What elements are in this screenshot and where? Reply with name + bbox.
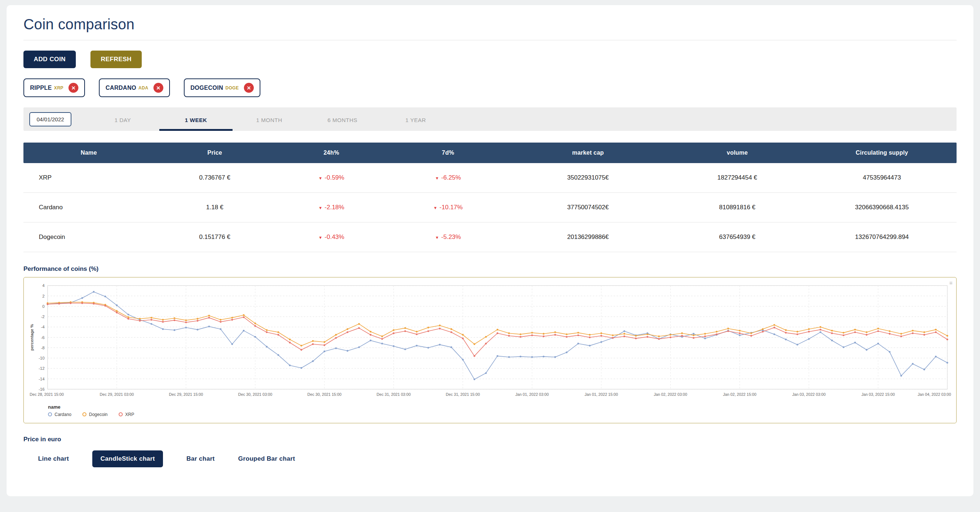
svg-text:Jan 03, 2022 03:00: Jan 03, 2022 03:00 — [792, 392, 826, 397]
legend-label: Cardano — [54, 412, 72, 417]
table-header: NamePrice24h%7d%market capvolumeCirculat… — [24, 143, 956, 163]
down-arrow-icon: ▼ — [318, 235, 322, 240]
svg-text:2: 2 — [43, 294, 45, 298]
cell-supply: 132670764299.894 — [807, 222, 956, 252]
title-divider — [24, 40, 956, 40]
remove-coin-icon[interactable]: ✕ — [68, 83, 78, 93]
refresh-button[interactable]: REFRESH — [91, 51, 142, 68]
legend-item-dogecoin[interactable]: Dogecoin — [83, 412, 108, 417]
tab-1-year[interactable]: 1 YEAR — [379, 112, 452, 131]
svg-text:Jan 04, 2022 03:00: Jan 04, 2022 03:00 — [918, 392, 951, 397]
svg-text:Jan 01, 2022 15:00: Jan 01, 2022 15:00 — [584, 392, 618, 397]
column-header: 24h% — [275, 143, 387, 163]
svg-text:0: 0 — [43, 304, 45, 309]
legend-title: name — [48, 404, 950, 410]
cell-24h-percent: ▼-0.59% — [275, 163, 387, 192]
svg-text:Dec 29, 2021 03:00: Dec 29, 2021 03:00 — [100, 392, 134, 397]
cell-volume: 1827294454 € — [667, 163, 807, 192]
column-header: Name — [24, 143, 154, 163]
down-arrow-icon: ▼ — [433, 206, 437, 210]
svg-text:4: 4 — [43, 283, 45, 288]
down-arrow-icon: ▼ — [318, 206, 322, 210]
coin-chip: DOGECOINDOGE✕ — [184, 78, 260, 97]
coin-comparison-page: Coin comparison ADD COIN REFRESH RIPPLEX… — [6, 5, 974, 496]
chart-box: ≡ 420-2-4-6-8-10-12-14-16Dec 28, 2021 15… — [24, 277, 956, 423]
chart-options-icon[interactable]: ≡ — [949, 280, 953, 286]
chart-legend: name CardanoDogecoinXRP — [28, 403, 952, 421]
coin-chip-symbol: ADA — [138, 85, 148, 91]
performance-chart[interactable]: 420-2-4-6-8-10-12-14-16Dec 28, 2021 15:0… — [28, 281, 952, 403]
legend-item-cardano[interactable]: Cardano — [48, 412, 72, 417]
coin-chip-symbol: DOGE — [225, 85, 239, 91]
performance-section-label: Performance of coins (%) — [24, 265, 956, 273]
legend-label: XRP — [125, 412, 134, 417]
svg-text:Dec 31, 2021 15:00: Dec 31, 2021 15:00 — [446, 392, 480, 397]
svg-text:-8: -8 — [41, 346, 45, 350]
cell-volume: 637654939 € — [667, 222, 807, 252]
down-arrow-icon: ▼ — [435, 176, 439, 180]
tab-6-months[interactable]: 6 MONTHS — [306, 112, 379, 131]
tab-1-day[interactable]: 1 DAY — [86, 112, 159, 131]
cell-24h-percent: ▼-2.18% — [275, 193, 387, 222]
legend-marker-icon — [119, 412, 123, 416]
svg-text:Dec 29, 2021 15:00: Dec 29, 2021 15:00 — [169, 392, 203, 397]
svg-text:-10: -10 — [39, 356, 45, 360]
svg-text:Dec 30, 2021 15:00: Dec 30, 2021 15:00 — [307, 392, 341, 397]
cell-price: 1.18 € — [154, 193, 275, 222]
timeframe-tabs: 1 DAY1 WEEK1 MONTH6 MONTHS1 YEAR — [86, 112, 452, 131]
tab-1-week[interactable]: 1 WEEK — [159, 112, 232, 131]
cell-7d-percent: ▼-5.23% — [387, 222, 509, 252]
cell-supply: 47535964473 — [807, 163, 956, 192]
grouped-bar-chart-button[interactable]: Grouped Bar chart — [238, 455, 295, 463]
bar-chart-button[interactable]: Bar chart — [186, 455, 215, 463]
legend-label: Dogecoin — [89, 412, 108, 417]
svg-text:-6: -6 — [41, 335, 45, 340]
legend-marker-icon — [83, 412, 86, 416]
cell-24h-percent: ▼-0.43% — [275, 222, 387, 252]
cell-7d-percent: ▼-6.25% — [387, 163, 509, 192]
cell-supply: 32066390668.4135 — [807, 193, 956, 222]
column-header: Circulating supply — [807, 143, 956, 163]
timeframe-bar: 04/01/2022 1 DAY1 WEEK1 MONTH6 MONTHS1 Y… — [24, 107, 956, 131]
down-arrow-icon: ▼ — [435, 235, 439, 240]
table-row: XRP0.736767 €▼-0.59%▼-6.25%35022931075€1… — [24, 163, 956, 193]
remove-coin-icon[interactable]: ✕ — [244, 83, 254, 93]
table-row: Cardano1.18 €▼-2.18%▼-10.17%37750074502€… — [24, 193, 956, 222]
svg-text:-16: -16 — [39, 387, 45, 391]
coin-chip-symbol: XRP — [54, 85, 64, 91]
coin-chip-name: RIPPLE — [30, 85, 52, 91]
cell-market-cap: 35022931075€ — [509, 163, 667, 192]
coin-chip: CARDANOADA✕ — [99, 78, 170, 97]
svg-text:-4: -4 — [41, 325, 45, 329]
add-coin-button[interactable]: ADD COIN — [24, 51, 76, 68]
svg-text:percentage %: percentage % — [30, 324, 34, 351]
cell-price: 0.736767 € — [154, 163, 275, 192]
chart-type-buttons: Line chartCandleStick chartBar chartGrou… — [24, 450, 956, 467]
coin-chip-name: DOGECOIN — [191, 85, 223, 91]
column-header: 7d% — [387, 143, 509, 163]
svg-text:-2: -2 — [41, 314, 45, 319]
svg-text:Dec 30, 2021 03:00: Dec 30, 2021 03:00 — [238, 392, 272, 397]
svg-text:-12: -12 — [39, 366, 45, 370]
date-input[interactable]: 04/01/2022 — [29, 112, 72, 126]
coin-chip-name: CARDANO — [105, 85, 136, 91]
cell-market-cap: 20136299886€ — [509, 222, 667, 252]
toolbar: ADD COIN REFRESH — [24, 51, 956, 68]
legend-items: CardanoDogecoinXRP — [48, 412, 950, 417]
column-header: volume — [667, 143, 807, 163]
remove-coin-icon[interactable]: ✕ — [153, 83, 163, 93]
cell-name: XRP — [24, 163, 154, 192]
svg-text:Jan 02, 2022 15:00: Jan 02, 2022 15:00 — [723, 392, 756, 397]
cell-name: Dogecoin — [24, 222, 154, 252]
legend-marker-icon — [48, 412, 52, 416]
coin-chip: RIPPLEXRP✕ — [24, 78, 85, 97]
down-arrow-icon: ▼ — [318, 176, 322, 180]
svg-text:Dec 31, 2021 03:00: Dec 31, 2021 03:00 — [377, 392, 410, 397]
line-chart-button[interactable]: Line chart — [38, 455, 69, 463]
coins-table: NamePrice24h%7d%market capvolumeCirculat… — [24, 143, 956, 252]
candlestick-chart-button[interactable]: CandleStick chart — [92, 450, 163, 467]
legend-item-xrp[interactable]: XRP — [119, 412, 134, 417]
price-section-label: Price in euro — [24, 436, 956, 443]
svg-text:Jan 02, 2022 03:00: Jan 02, 2022 03:00 — [654, 392, 687, 397]
tab-1-month[interactable]: 1 MONTH — [232, 112, 306, 131]
